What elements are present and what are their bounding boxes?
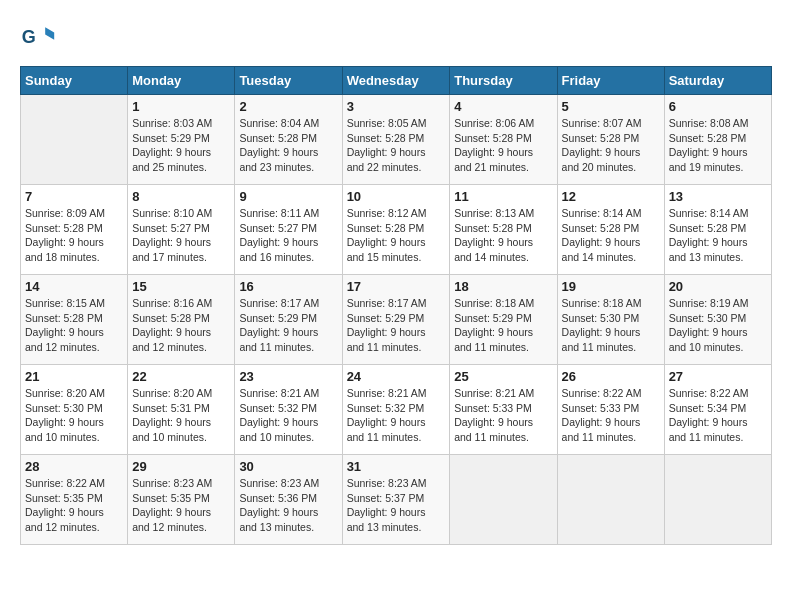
day-info: Sunrise: 8:14 AMSunset: 5:28 PMDaylight:… — [562, 206, 660, 265]
calendar-cell: 7Sunrise: 8:09 AMSunset: 5:28 PMDaylight… — [21, 185, 128, 275]
calendar-cell: 14Sunrise: 8:15 AMSunset: 5:28 PMDayligh… — [21, 275, 128, 365]
calendar-cell: 13Sunrise: 8:14 AMSunset: 5:28 PMDayligh… — [664, 185, 771, 275]
day-info: Sunrise: 8:06 AMSunset: 5:28 PMDaylight:… — [454, 116, 552, 175]
day-number: 31 — [347, 459, 446, 474]
day-info: Sunrise: 8:11 AMSunset: 5:27 PMDaylight:… — [239, 206, 337, 265]
day-number: 18 — [454, 279, 552, 294]
calendar-cell: 29Sunrise: 8:23 AMSunset: 5:35 PMDayligh… — [128, 455, 235, 545]
day-number: 23 — [239, 369, 337, 384]
day-info: Sunrise: 8:22 AMSunset: 5:34 PMDaylight:… — [669, 386, 767, 445]
day-number: 16 — [239, 279, 337, 294]
calendar-cell — [450, 455, 557, 545]
day-info: Sunrise: 8:17 AMSunset: 5:29 PMDaylight:… — [239, 296, 337, 355]
calendar-cell — [664, 455, 771, 545]
calendar-cell: 30Sunrise: 8:23 AMSunset: 5:36 PMDayligh… — [235, 455, 342, 545]
day-number: 27 — [669, 369, 767, 384]
weekday-header: Wednesday — [342, 67, 450, 95]
day-number: 20 — [669, 279, 767, 294]
calendar-cell: 8Sunrise: 8:10 AMSunset: 5:27 PMDaylight… — [128, 185, 235, 275]
day-number: 5 — [562, 99, 660, 114]
weekday-header: Sunday — [21, 67, 128, 95]
day-info: Sunrise: 8:23 AMSunset: 5:36 PMDaylight:… — [239, 476, 337, 535]
calendar-cell: 27Sunrise: 8:22 AMSunset: 5:34 PMDayligh… — [664, 365, 771, 455]
calendar-cell: 22Sunrise: 8:20 AMSunset: 5:31 PMDayligh… — [128, 365, 235, 455]
day-number: 21 — [25, 369, 123, 384]
calendar-cell: 4Sunrise: 8:06 AMSunset: 5:28 PMDaylight… — [450, 95, 557, 185]
calendar-week-row: 1Sunrise: 8:03 AMSunset: 5:29 PMDaylight… — [21, 95, 772, 185]
day-info: Sunrise: 8:10 AMSunset: 5:27 PMDaylight:… — [132, 206, 230, 265]
calendar-cell — [557, 455, 664, 545]
day-info: Sunrise: 8:23 AMSunset: 5:35 PMDaylight:… — [132, 476, 230, 535]
day-number: 3 — [347, 99, 446, 114]
day-number: 6 — [669, 99, 767, 114]
day-number: 19 — [562, 279, 660, 294]
day-number: 24 — [347, 369, 446, 384]
day-info: Sunrise: 8:14 AMSunset: 5:28 PMDaylight:… — [669, 206, 767, 265]
day-info: Sunrise: 8:17 AMSunset: 5:29 PMDaylight:… — [347, 296, 446, 355]
day-number: 4 — [454, 99, 552, 114]
calendar-cell: 21Sunrise: 8:20 AMSunset: 5:30 PMDayligh… — [21, 365, 128, 455]
day-number: 29 — [132, 459, 230, 474]
day-number: 11 — [454, 189, 552, 204]
day-info: Sunrise: 8:16 AMSunset: 5:28 PMDaylight:… — [132, 296, 230, 355]
calendar-cell: 15Sunrise: 8:16 AMSunset: 5:28 PMDayligh… — [128, 275, 235, 365]
calendar-cell: 17Sunrise: 8:17 AMSunset: 5:29 PMDayligh… — [342, 275, 450, 365]
day-info: Sunrise: 8:18 AMSunset: 5:29 PMDaylight:… — [454, 296, 552, 355]
weekday-header: Thursday — [450, 67, 557, 95]
day-info: Sunrise: 8:21 AMSunset: 5:33 PMDaylight:… — [454, 386, 552, 445]
page-header: G — [20, 20, 772, 56]
logo-icon: G — [20, 20, 56, 56]
day-info: Sunrise: 8:05 AMSunset: 5:28 PMDaylight:… — [347, 116, 446, 175]
day-number: 10 — [347, 189, 446, 204]
svg-text:G: G — [22, 27, 36, 47]
day-info: Sunrise: 8:21 AMSunset: 5:32 PMDaylight:… — [347, 386, 446, 445]
calendar-cell: 9Sunrise: 8:11 AMSunset: 5:27 PMDaylight… — [235, 185, 342, 275]
calendar-cell: 20Sunrise: 8:19 AMSunset: 5:30 PMDayligh… — [664, 275, 771, 365]
calendar-cell: 23Sunrise: 8:21 AMSunset: 5:32 PMDayligh… — [235, 365, 342, 455]
day-number: 2 — [239, 99, 337, 114]
calendar-cell: 19Sunrise: 8:18 AMSunset: 5:30 PMDayligh… — [557, 275, 664, 365]
calendar-cell: 12Sunrise: 8:14 AMSunset: 5:28 PMDayligh… — [557, 185, 664, 275]
weekday-header: Monday — [128, 67, 235, 95]
day-info: Sunrise: 8:22 AMSunset: 5:35 PMDaylight:… — [25, 476, 123, 535]
day-info: Sunrise: 8:12 AMSunset: 5:28 PMDaylight:… — [347, 206, 446, 265]
day-info: Sunrise: 8:07 AMSunset: 5:28 PMDaylight:… — [562, 116, 660, 175]
calendar-week-row: 21Sunrise: 8:20 AMSunset: 5:30 PMDayligh… — [21, 365, 772, 455]
calendar-week-row: 7Sunrise: 8:09 AMSunset: 5:28 PMDaylight… — [21, 185, 772, 275]
day-info: Sunrise: 8:18 AMSunset: 5:30 PMDaylight:… — [562, 296, 660, 355]
calendar-cell: 6Sunrise: 8:08 AMSunset: 5:28 PMDaylight… — [664, 95, 771, 185]
calendar-cell: 26Sunrise: 8:22 AMSunset: 5:33 PMDayligh… — [557, 365, 664, 455]
calendar-table: SundayMondayTuesdayWednesdayThursdayFrid… — [20, 66, 772, 545]
day-number: 7 — [25, 189, 123, 204]
day-number: 26 — [562, 369, 660, 384]
calendar-cell: 3Sunrise: 8:05 AMSunset: 5:28 PMDaylight… — [342, 95, 450, 185]
day-number: 14 — [25, 279, 123, 294]
day-info: Sunrise: 8:13 AMSunset: 5:28 PMDaylight:… — [454, 206, 552, 265]
day-number: 17 — [347, 279, 446, 294]
calendar-cell: 18Sunrise: 8:18 AMSunset: 5:29 PMDayligh… — [450, 275, 557, 365]
calendar-cell: 10Sunrise: 8:12 AMSunset: 5:28 PMDayligh… — [342, 185, 450, 275]
day-info: Sunrise: 8:15 AMSunset: 5:28 PMDaylight:… — [25, 296, 123, 355]
calendar-week-row: 14Sunrise: 8:15 AMSunset: 5:28 PMDayligh… — [21, 275, 772, 365]
weekday-header: Tuesday — [235, 67, 342, 95]
day-number: 28 — [25, 459, 123, 474]
calendar-cell — [21, 95, 128, 185]
calendar-cell: 16Sunrise: 8:17 AMSunset: 5:29 PMDayligh… — [235, 275, 342, 365]
day-number: 13 — [669, 189, 767, 204]
calendar-cell: 28Sunrise: 8:22 AMSunset: 5:35 PMDayligh… — [21, 455, 128, 545]
day-info: Sunrise: 8:23 AMSunset: 5:37 PMDaylight:… — [347, 476, 446, 535]
day-number: 30 — [239, 459, 337, 474]
svg-marker-2 — [45, 27, 54, 40]
day-info: Sunrise: 8:08 AMSunset: 5:28 PMDaylight:… — [669, 116, 767, 175]
calendar-cell: 11Sunrise: 8:13 AMSunset: 5:28 PMDayligh… — [450, 185, 557, 275]
day-info: Sunrise: 8:19 AMSunset: 5:30 PMDaylight:… — [669, 296, 767, 355]
day-info: Sunrise: 8:22 AMSunset: 5:33 PMDaylight:… — [562, 386, 660, 445]
calendar-cell: 31Sunrise: 8:23 AMSunset: 5:37 PMDayligh… — [342, 455, 450, 545]
calendar-cell: 25Sunrise: 8:21 AMSunset: 5:33 PMDayligh… — [450, 365, 557, 455]
logo: G — [20, 20, 60, 56]
calendar-cell: 5Sunrise: 8:07 AMSunset: 5:28 PMDaylight… — [557, 95, 664, 185]
day-number: 1 — [132, 99, 230, 114]
day-number: 12 — [562, 189, 660, 204]
calendar-week-row: 28Sunrise: 8:22 AMSunset: 5:35 PMDayligh… — [21, 455, 772, 545]
day-info: Sunrise: 8:21 AMSunset: 5:32 PMDaylight:… — [239, 386, 337, 445]
